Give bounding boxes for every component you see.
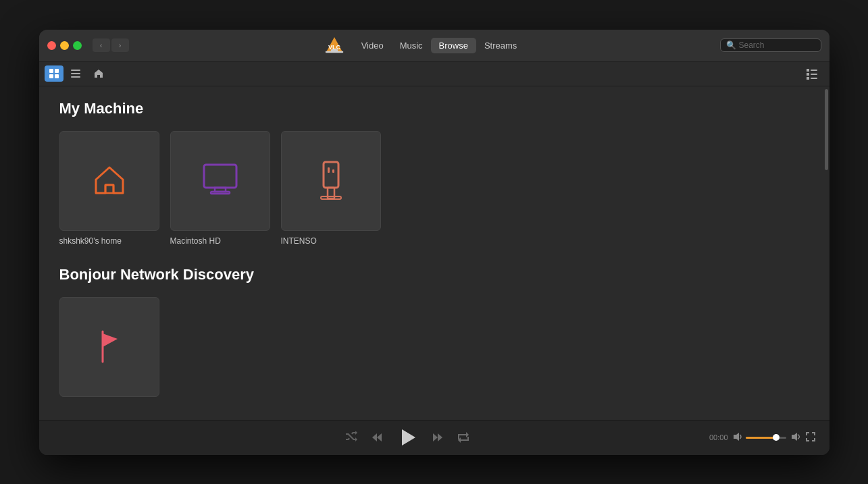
scrollbar-track[interactable] [824,86,829,420]
search-box[interactable]: 🔍 [720,38,821,52]
shuffle-icon [345,431,357,443]
list-item[interactable] [59,297,159,402]
media-thumb-flag [59,297,159,397]
svg-rect-5 [55,69,59,73]
grid-view-button[interactable] [45,65,63,82]
volume-fill [746,437,774,439]
traffic-lights [47,41,82,50]
media-thumb-home [59,131,159,231]
scrollbar-thumb[interactable] [825,89,828,170]
play-button[interactable] [397,427,418,448]
content-area: My Machine shkshk90's home [39,86,829,420]
rewind-icon [371,431,383,443]
tab-video[interactable]: Video [353,38,392,53]
svg-marker-30 [433,433,438,441]
speaker-max-icon [790,431,801,442]
media-label-intenso: INTENSO [281,236,381,246]
home-item-icon [89,161,130,201]
fullscreen-button[interactable] [805,431,816,444]
close-button[interactable] [47,41,56,50]
speaker-icon [732,431,743,442]
svg-rect-21 [324,162,338,188]
svg-rect-18 [204,165,236,188]
section-bonjour: Bonjour Network Discovery [59,266,804,420]
media-thumb-macintosh [170,131,270,231]
tab-browse[interactable]: Browse [431,38,476,53]
titlebar: ‹ › VLC Video Music Browse Streams 🔍 [39,30,829,62]
list-item[interactable]: Macintosh HD [170,131,270,246]
svg-marker-33 [792,433,797,441]
flag-item-icon [96,328,123,365]
home-icon [93,68,104,79]
fast-forward-icon [432,431,444,443]
back-button[interactable]: ‹ [93,38,110,52]
svg-marker-32 [734,433,739,441]
detail-view-icon [806,68,818,80]
section-title-bonjour: Bonjour Network Discovery [59,266,804,284]
svg-marker-31 [438,433,442,441]
shuffle-button[interactable] [345,431,357,443]
maximize-button[interactable] [73,41,82,50]
my-machine-grid: shkshk90's home Macintosh HD [59,131,804,246]
volume-icon [732,431,743,444]
svg-text:VLC: VLC [328,44,341,51]
svg-marker-29 [402,429,415,446]
home-button[interactable] [89,65,108,82]
player-right: 00:00 [694,431,816,444]
svg-rect-20 [211,192,230,194]
tab-music[interactable]: Music [392,38,431,53]
search-input[interactable] [739,41,813,50]
volume-max-icon [790,431,801,444]
forward-button[interactable]: › [111,38,129,52]
repeat-button[interactable] [457,431,469,443]
svg-rect-4 [49,69,53,73]
rewind-button[interactable] [371,431,383,443]
minimize-button[interactable] [60,41,69,50]
media-thumb-intenso [281,131,381,231]
section-title-my-machine: My Machine [59,100,804,117]
svg-rect-9 [71,73,80,74]
svg-rect-10 [71,76,80,78]
player-bar: 00:00 [39,420,829,455]
play-icon [397,427,418,448]
nav-arrows: ‹ › [93,38,129,52]
repeat-icon [457,431,469,443]
svg-rect-6 [49,74,53,78]
usb-item-icon [314,161,348,201]
search-icon: 🔍 [726,41,736,50]
svg-rect-8 [71,70,80,71]
fullscreen-icon [805,431,816,442]
svg-rect-7 [55,74,59,78]
volume-area [732,431,801,444]
svg-rect-17 [105,185,113,193]
fast-forward-button[interactable] [432,431,444,443]
svg-rect-15 [807,77,809,80]
svg-marker-27 [372,433,377,441]
svg-rect-25 [332,169,334,173]
main-window: ‹ › VLC Video Music Browse Streams 🔍 [39,30,829,455]
bonjour-grid [59,297,804,402]
svg-rect-12 [811,70,817,71]
svg-rect-11 [807,69,809,72]
toolbar [39,62,829,86]
volume-slider[interactable] [746,437,786,439]
titlebar-center: VLC Video Music Browse Streams [134,34,715,56]
volume-thumb[interactable] [773,434,780,441]
list-item[interactable]: INTENSO [281,131,381,246]
player-controls [120,427,694,448]
svg-rect-13 [807,73,809,76]
monitor-item-icon [200,162,240,199]
main-content: My Machine shkshk90's home [39,86,824,420]
media-label-home: shkshk90's home [59,236,159,246]
list-icon [70,68,81,79]
tab-streams[interactable]: Streams [476,38,525,53]
list-item[interactable]: shkshk90's home [59,131,159,246]
svg-rect-24 [328,167,330,173]
vlc-logo-icon: VLC [324,34,345,56]
list-view-button[interactable] [66,65,85,82]
grid-icon [49,68,59,79]
time-display: 00:00 [709,433,728,441]
section-my-machine: My Machine shkshk90's home [59,100,804,266]
toolbar-right [800,65,824,82]
detail-view-button[interactable] [800,65,824,82]
